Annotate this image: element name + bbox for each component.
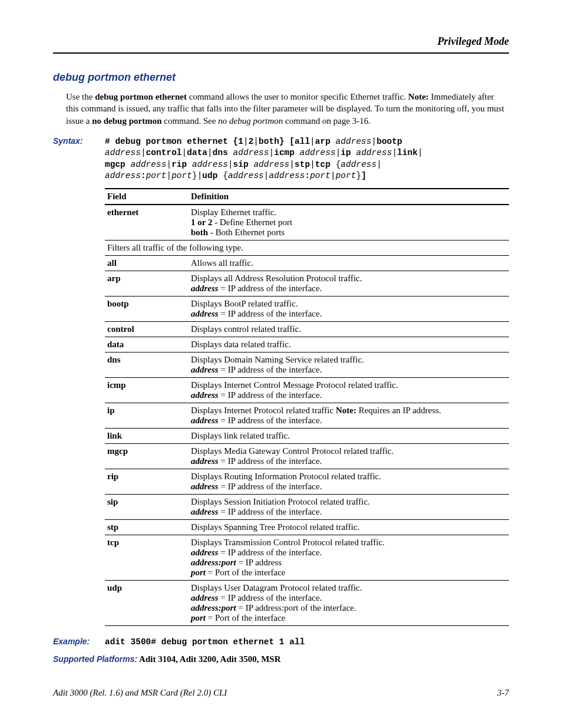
syntax-kw: bootp <box>376 137 402 146</box>
syntax-kw: mgcp <box>105 160 125 169</box>
footer-right: 3-7 <box>497 688 509 698</box>
syntax-arg: address <box>269 171 305 180</box>
syntax-kw: rip <box>171 160 187 169</box>
table-row: allAllows all traffic. <box>105 256 509 271</box>
table-row: dnsDisplays Domain Naming Service relate… <box>105 353 509 378</box>
table-row: sipDisplays Session Initiation Protocol … <box>105 495 509 520</box>
header-rule <box>53 52 509 54</box>
table-row: ripDisplays Routing Information Protocol… <box>105 469 509 495</box>
syntax-arg: address <box>233 148 269 157</box>
footer-left: Adit 3000 (Rel. 1.6) and MSR Card (Rel 2… <box>53 688 227 698</box>
syntax-arg: port <box>336 171 356 180</box>
table-row: udpDisplays User Datagram Protocol relat… <box>105 581 509 626</box>
table-row: bootpDisplays BootP related traffic.addr… <box>105 297 509 322</box>
syntax-arg: address <box>131 160 167 169</box>
syntax-arg: port <box>310 171 330 180</box>
syntax-kw: stp <box>295 160 310 169</box>
syntax-arg: address <box>253 160 289 169</box>
table-row: dataDisplays data related traffic. <box>105 337 509 353</box>
syntax-kw: : <box>141 171 146 180</box>
syntax-kw: both} [all <box>259 137 310 146</box>
table-row: arpDisplays all Address Resolution Proto… <box>105 271 509 297</box>
table-row: controlDisplays control related traffic. <box>105 322 509 337</box>
intro-text: command allows the user to monitor speci… <box>187 92 408 101</box>
syntax-kw: link <box>397 148 418 157</box>
syntax-kw: data <box>187 148 207 157</box>
table-row: icmpDisplays Internet Control Message Pr… <box>105 378 509 403</box>
syntax-arg: port <box>171 171 192 180</box>
table-header-row: Field Definition <box>105 189 509 205</box>
intro-command: debug portmon ethernet <box>95 92 187 101</box>
syntax-kw: 2 <box>249 137 254 146</box>
syntax-label: Syntax: <box>53 136 105 182</box>
no-debug-italic: no debug portmon <box>218 116 283 126</box>
syntax-arg: address <box>340 160 376 169</box>
platforms-label: Supported Platforms: <box>53 654 137 664</box>
running-head: Privileged Mode <box>53 35 509 48</box>
syntax-kw: control <box>146 148 182 157</box>
example-body: adit 3500# debug portmon ethernet 1 all <box>105 637 509 648</box>
platforms-list: Adit 3104, Adit 3200, Adit 3500, MSR <box>137 654 280 664</box>
table-row: ethernetDisplay Ethernet traffic.1 or 2 … <box>105 205 509 241</box>
syntax-kw: udp <box>202 171 217 180</box>
no-debug-cmd: no debug portmon <box>92 116 161 126</box>
syntax-arg: address <box>192 160 228 169</box>
intro-text: command. See <box>162 116 219 126</box>
syntax-kw: dns <box>213 148 228 157</box>
syntax-kw: ] <box>361 171 366 180</box>
syntax-arg: address <box>228 171 264 180</box>
table-row: tcpDisplays Transmission Control Protoco… <box>105 535 509 581</box>
syntax-kw: : <box>305 171 310 180</box>
table-row: Filters all traffic of the following typ… <box>105 241 509 256</box>
platforms-block: Supported Platforms: Adit 3104, Adit 320… <box>53 654 509 664</box>
syntax-kw: ip <box>340 148 351 157</box>
table-row: ipDisplays Internet Protocol related tra… <box>105 403 509 429</box>
syntax-arg: port <box>146 171 167 180</box>
example-block: Example: adit 3500# debug portmon ethern… <box>53 637 509 648</box>
syntax-kw: tcp <box>315 160 330 169</box>
syntax-arg: address <box>336 137 372 146</box>
intro-paragraph: Use the debug portmon ethernet command a… <box>66 91 509 127</box>
table-row: linkDisplays link related traffic. <box>105 429 509 444</box>
page-footer: Adit 3000 (Rel. 1.6) and MSR Card (Rel 2… <box>53 688 509 698</box>
definitions-table: Field Definition ethernetDisplay Etherne… <box>105 188 509 626</box>
syntax-arg: address <box>105 148 141 157</box>
syntax-kw: # debug portmon ethernet {1 <box>105 137 243 146</box>
syntax-arg: address <box>105 171 141 180</box>
table-row: stpDisplays Spanning Tree Protocol relat… <box>105 520 509 535</box>
syntax-arg: address <box>300 148 336 157</box>
syntax-kw: icmp <box>274 148 295 157</box>
col-field: Field <box>105 189 189 205</box>
syntax-kw: arp <box>315 137 330 146</box>
section-title: debug portmon ethernet <box>53 71 509 84</box>
table-row: mgcpDisplays Media Gateway Control Proto… <box>105 444 509 469</box>
note-label: Note: <box>408 92 429 101</box>
example-label: Example: <box>53 637 105 648</box>
col-definition: Definition <box>189 189 509 205</box>
intro-text: command on page 3-16. <box>283 116 371 126</box>
syntax-block: Syntax: # debug portmon ethernet {1|2|bo… <box>53 136 509 182</box>
syntax-kw: sip <box>233 160 249 169</box>
syntax-body: # debug portmon ethernet {1|2|both} [all… <box>105 136 509 182</box>
syntax-arg: address <box>356 148 392 157</box>
intro-text: Use the <box>66 92 95 101</box>
